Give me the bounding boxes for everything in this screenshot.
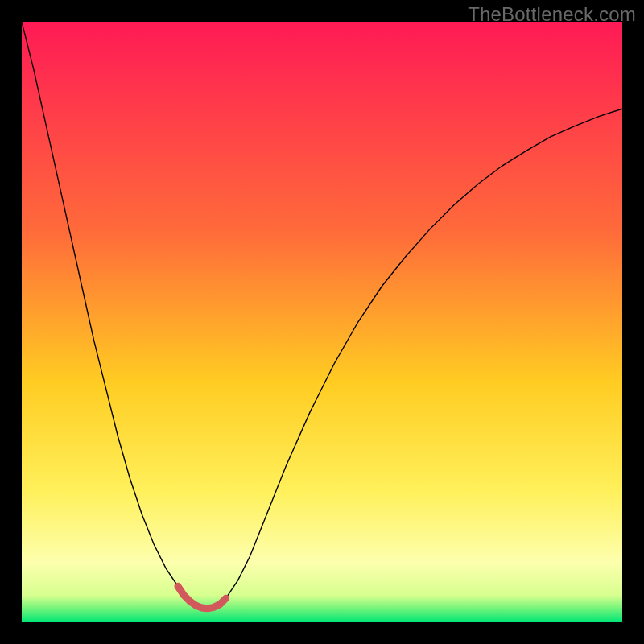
chart-svg [22,22,622,622]
chart-frame [22,22,622,622]
chart-background [22,22,622,622]
watermark-text: TheBottleneck.com [468,3,636,26]
